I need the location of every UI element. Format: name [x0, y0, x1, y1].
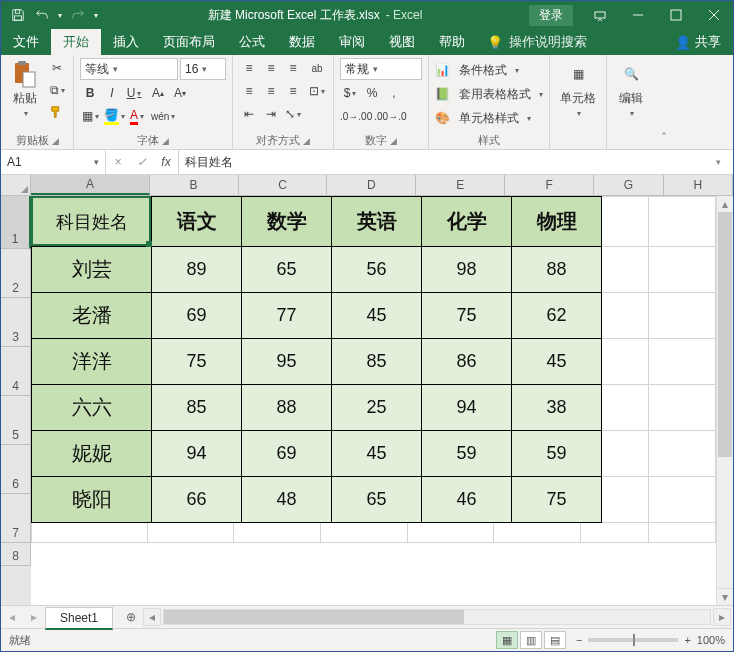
- table-format-button[interactable]: 📗套用表格格式▾: [435, 84, 543, 104]
- column-header[interactable]: C: [239, 175, 328, 195]
- maximize-icon[interactable]: [657, 1, 695, 29]
- cell[interactable]: [648, 339, 715, 385]
- tab-insert[interactable]: 插入: [101, 29, 151, 55]
- row-header[interactable]: 7: [1, 494, 31, 543]
- zoom-control[interactable]: − + 100%: [576, 634, 725, 646]
- undo-menu[interactable]: ▾: [55, 4, 65, 26]
- column-header[interactable]: A: [31, 175, 149, 195]
- vertical-scrollbar[interactable]: ▴ ▾: [716, 196, 733, 605]
- font-color-button[interactable]: A▾: [127, 106, 147, 126]
- add-sheet-button[interactable]: ⊕: [119, 605, 143, 629]
- dialog-launcher-icon[interactable]: ◢: [162, 136, 169, 146]
- font-size-combo[interactable]: 16▾: [180, 58, 226, 80]
- tab-file[interactable]: 文件: [1, 29, 51, 55]
- table-cell[interactable]: 65: [332, 477, 422, 523]
- login-button[interactable]: 登录: [529, 5, 573, 26]
- paste-button[interactable]: 粘贴▾: [7, 58, 43, 120]
- table-cell[interactable]: 94: [152, 431, 242, 477]
- zoom-level[interactable]: 100%: [697, 634, 725, 646]
- cell[interactable]: [648, 477, 715, 523]
- table-row-header[interactable]: 妮妮: [32, 431, 152, 477]
- zoom-out-icon[interactable]: −: [576, 634, 582, 646]
- table-cell[interactable]: 62: [512, 293, 602, 339]
- cell[interactable]: [648, 431, 715, 477]
- font-name-combo[interactable]: 等线▾: [80, 58, 178, 80]
- select-all-button[interactable]: [1, 175, 31, 196]
- align-top-button[interactable]: ≡: [239, 58, 259, 78]
- table-row-header[interactable]: 刘芸: [32, 247, 152, 293]
- shrink-font-button[interactable]: A▾: [170, 83, 190, 103]
- align-middle-button[interactable]: ≡: [261, 58, 281, 78]
- table-cell[interactable]: 88: [242, 385, 332, 431]
- dialog-launcher-icon[interactable]: ◢: [390, 136, 397, 146]
- cell[interactable]: [648, 247, 715, 293]
- indent-inc-button[interactable]: ⇥: [261, 104, 281, 124]
- table-cell[interactable]: 89: [152, 247, 242, 293]
- cell[interactable]: [494, 523, 581, 543]
- minimize-icon[interactable]: [619, 1, 657, 29]
- spreadsheet-grid[interactable]: ABCDEFGH 12345678 科目姓名语文数学英语化学物理刘芸896556…: [1, 175, 733, 605]
- tab-view[interactable]: 视图: [377, 29, 427, 55]
- column-header[interactable]: H: [664, 175, 733, 195]
- cell[interactable]: [581, 523, 648, 543]
- grow-font-button[interactable]: A▴: [148, 83, 168, 103]
- align-center-button[interactable]: ≡: [261, 81, 281, 101]
- dec-decimal-button[interactable]: .00→.0: [374, 106, 406, 126]
- share-button[interactable]: 👤共享: [663, 29, 733, 55]
- cell[interactable]: [320, 523, 407, 543]
- italic-button[interactable]: I: [102, 83, 122, 103]
- align-bottom-button[interactable]: ≡: [283, 58, 303, 78]
- row-header[interactable]: 4: [1, 347, 31, 396]
- merge-button[interactable]: ⊡▾: [307, 81, 327, 101]
- tab-formula[interactable]: 公式: [227, 29, 277, 55]
- collapse-ribbon-icon[interactable]: ˄: [655, 55, 673, 149]
- table-cell[interactable]: 59: [422, 431, 512, 477]
- table-cell[interactable]: 77: [242, 293, 332, 339]
- table-cell[interactable]: 75: [512, 477, 602, 523]
- column-header[interactable]: D: [327, 175, 416, 195]
- tab-data[interactable]: 数据: [277, 29, 327, 55]
- tab-review[interactable]: 审阅: [327, 29, 377, 55]
- percent-button[interactable]: %: [362, 83, 382, 103]
- cut-button[interactable]: ✂: [47, 58, 67, 78]
- row-header[interactable]: 3: [1, 298, 31, 347]
- cell[interactable]: [147, 523, 234, 543]
- zoom-in-icon[interactable]: +: [684, 634, 690, 646]
- conditional-format-button[interactable]: 📊条件格式▾: [435, 60, 519, 80]
- table-cell[interactable]: 48: [242, 477, 332, 523]
- row-header[interactable]: 5: [1, 396, 31, 445]
- underline-button[interactable]: U▾: [124, 83, 144, 103]
- table-cell[interactable]: 45: [332, 293, 422, 339]
- sheet-nav-next[interactable]: ▸: [23, 606, 45, 628]
- formula-input[interactable]: 科目姓名: [185, 154, 709, 171]
- table-cell[interactable]: 38: [512, 385, 602, 431]
- column-header[interactable]: E: [416, 175, 505, 195]
- table-cell[interactable]: 46: [422, 477, 512, 523]
- table-column-header[interactable]: 语文: [152, 197, 242, 247]
- phonetic-button[interactable]: wén▾: [151, 106, 175, 126]
- table-row-header[interactable]: 六六: [32, 385, 152, 431]
- view-normal[interactable]: ▦: [496, 631, 518, 649]
- indent-dec-button[interactable]: ⇤: [239, 104, 259, 124]
- cell[interactable]: [648, 293, 715, 339]
- cell[interactable]: [648, 197, 715, 247]
- number-format-combo[interactable]: 常规▾: [340, 58, 422, 80]
- tell-me[interactable]: 💡操作说明搜索: [477, 29, 597, 55]
- table-cell[interactable]: 98: [422, 247, 512, 293]
- table-cell[interactable]: 45: [332, 431, 422, 477]
- qat-menu[interactable]: ▾: [91, 4, 101, 26]
- cell[interactable]: [648, 523, 715, 543]
- table-cell[interactable]: 86: [422, 339, 512, 385]
- row-header[interactable]: 8: [1, 543, 31, 566]
- sheet-tab[interactable]: Sheet1: [45, 607, 113, 630]
- sheet-nav-prev[interactable]: ◂: [1, 606, 23, 628]
- table-row-header[interactable]: 老潘: [32, 293, 152, 339]
- table-cell[interactable]: 85: [332, 339, 422, 385]
- cancel-formula-icon[interactable]: ×: [106, 155, 130, 169]
- table-cell[interactable]: 45: [512, 339, 602, 385]
- table-cell[interactable]: 59: [512, 431, 602, 477]
- row-header[interactable]: 1: [1, 196, 31, 249]
- save-icon[interactable]: [7, 4, 29, 26]
- tab-layout[interactable]: 页面布局: [151, 29, 227, 55]
- table-cell[interactable]: 88: [512, 247, 602, 293]
